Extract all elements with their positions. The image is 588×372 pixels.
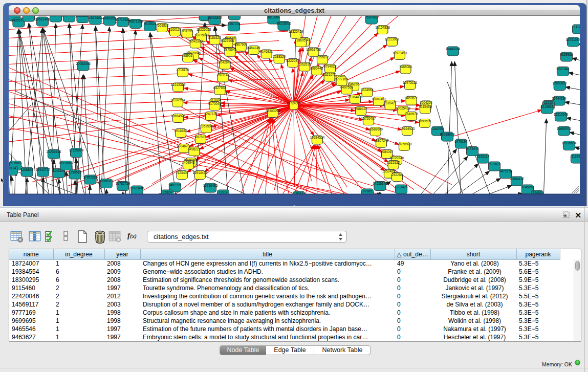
svg-text:89318928: 89318928 <box>440 133 455 136</box>
svg-text:10958117: 10958117 <box>99 179 114 183</box>
svg-text:2718120: 2718120 <box>177 68 189 72</box>
svg-text:7625402: 7625402 <box>176 171 188 174</box>
svg-text:116753: 116753 <box>572 155 580 158</box>
svg-text:10688609: 10688609 <box>368 127 383 131</box>
svg-text:1004254: 1004254 <box>420 101 432 104</box>
svg-text:12093822: 12093822 <box>552 81 567 85</box>
svg-text:8454749: 8454749 <box>247 46 260 50</box>
svg-text:11124: 11124 <box>574 25 580 29</box>
svg-text:9457791: 9457791 <box>169 183 182 187</box>
svg-text:10807487: 10807487 <box>372 97 386 101</box>
svg-text:8990448: 8990448 <box>310 67 323 70</box>
svg-text:92456: 92456 <box>533 191 542 194</box>
svg-text:6479197: 6479197 <box>455 140 468 143</box>
svg-text:9242848: 9242848 <box>219 60 231 64</box>
svg-text:17016504: 17016504 <box>562 141 577 145</box>
svg-text:252254: 252254 <box>391 173 403 177</box>
svg-text:1649579: 1649579 <box>405 112 418 116</box>
svg-text:2635061: 2635061 <box>9 161 22 165</box>
svg-text:1353594: 1353594 <box>200 124 213 128</box>
svg-text:18807249: 18807249 <box>374 139 389 142</box>
svg-text:9699695: 9699695 <box>419 119 431 123</box>
svg-text:18605: 18605 <box>296 38 306 42</box>
svg-text:16914479: 16914479 <box>192 171 207 174</box>
svg-text:18724007: 18724007 <box>287 101 301 105</box>
svg-text:6497568: 6497568 <box>340 85 353 89</box>
svg-text:17359924: 17359924 <box>69 148 84 152</box>
svg-text:887833: 887833 <box>195 135 206 139</box>
svg-text:16120746: 16120746 <box>389 156 404 160</box>
svg-text:9474444: 9474444 <box>466 147 479 150</box>
svg-text:10025433: 10025433 <box>396 106 410 110</box>
svg-text:9329966: 9329966 <box>560 53 573 56</box>
svg-text:20053346: 20053346 <box>76 62 91 65</box>
svg-text:10973493: 10973493 <box>393 51 407 55</box>
svg-text:20691406: 20691406 <box>35 17 50 21</box>
svg-text:16961758: 16961758 <box>306 48 321 51</box>
svg-text:8186323: 8186323 <box>208 36 221 39</box>
svg-text:7485063: 7485063 <box>399 65 412 69</box>
svg-text:2687682: 2687682 <box>365 16 378 19</box>
svg-text:1615132: 1615132 <box>387 161 400 164</box>
svg-text:9327503: 9327503 <box>195 33 208 37</box>
svg-text:19654925: 19654925 <box>171 114 186 118</box>
svg-text:12975115: 12975115 <box>403 81 417 84</box>
svg-text:1916682: 1916682 <box>175 129 187 133</box>
svg-text:6466160: 6466160 <box>103 16 116 20</box>
svg-text:39134: 39134 <box>9 166 16 170</box>
svg-text:21364436: 21364436 <box>348 95 363 99</box>
svg-text:6794028: 6794028 <box>324 64 337 68</box>
svg-text:13226058: 13226058 <box>197 28 211 31</box>
svg-text:1588520: 1588520 <box>273 55 286 58</box>
svg-text:9635709: 9635709 <box>50 16 62 17</box>
svg-text:11923446: 11923446 <box>130 186 144 190</box>
svg-text:7955812: 7955812 <box>316 55 329 59</box>
svg-text:3624554: 3624554 <box>361 88 374 92</box>
svg-text:9463627: 9463627 <box>405 96 418 100</box>
svg-text:15720407: 15720407 <box>361 117 376 120</box>
svg-text:13325419: 13325419 <box>289 30 303 33</box>
svg-text:8322037: 8322037 <box>287 59 299 62</box>
svg-text:15751074: 15751074 <box>566 38 580 41</box>
svg-text:19218506: 19218506 <box>276 21 291 25</box>
svg-text:9777169: 9777169 <box>335 77 348 81</box>
svg-text:9327508: 9327508 <box>221 39 234 42</box>
svg-text:3875645: 3875645 <box>224 48 236 51</box>
svg-text:16154838: 16154838 <box>375 26 390 29</box>
svg-text:8813054: 8813054 <box>267 16 280 19</box>
svg-text:7357224: 7357224 <box>228 22 241 26</box>
svg-text:15716485: 15716485 <box>203 184 218 187</box>
svg-text:8471676: 8471676 <box>499 169 512 173</box>
svg-text:10653287: 10653287 <box>75 16 90 17</box>
svg-text:10756928: 10756928 <box>397 142 412 146</box>
svg-text:9146821: 9146821 <box>260 50 273 53</box>
svg-text:16782759: 16782759 <box>116 182 130 185</box>
svg-text:9170041: 9170041 <box>208 102 221 105</box>
svg-text:8215955: 8215955 <box>541 105 554 108</box>
svg-text:98901: 98901 <box>183 54 192 57</box>
svg-text:8160124: 8160124 <box>169 28 182 31</box>
svg-text:10107554: 10107554 <box>170 98 185 102</box>
svg-text:1409948: 1409948 <box>182 161 195 164</box>
svg-text:12942757: 12942757 <box>36 168 51 171</box>
svg-text:2803144: 2803144 <box>216 73 229 77</box>
svg-text:14136141: 14136141 <box>373 182 387 185</box>
svg-text:9084067: 9084067 <box>381 150 394 154</box>
svg-text:1290515: 1290515 <box>69 170 81 174</box>
svg-text:95824: 95824 <box>163 190 172 194</box>
svg-text:19654923: 19654923 <box>400 127 415 130</box>
svg-text:16448784: 16448784 <box>446 47 461 51</box>
svg-text:7986322: 7986322 <box>355 107 367 111</box>
svg-text:10975887: 10975887 <box>59 161 74 165</box>
svg-text:1362615: 1362615 <box>298 62 311 66</box>
svg-text:16543382: 16543382 <box>188 39 203 43</box>
svg-text:20206535: 20206535 <box>47 150 61 154</box>
svg-text:170723: 170723 <box>23 16 34 16</box>
svg-text:16210: 16210 <box>544 101 553 104</box>
svg-text:16671355: 16671355 <box>128 19 143 23</box>
svg-text:97047: 97047 <box>386 101 395 105</box>
svg-text:23300295: 23300295 <box>266 109 280 113</box>
svg-text:10654112: 10654112 <box>510 177 524 181</box>
svg-text:16210643: 16210643 <box>554 113 569 116</box>
svg-text:1733426: 1733426 <box>395 185 408 189</box>
